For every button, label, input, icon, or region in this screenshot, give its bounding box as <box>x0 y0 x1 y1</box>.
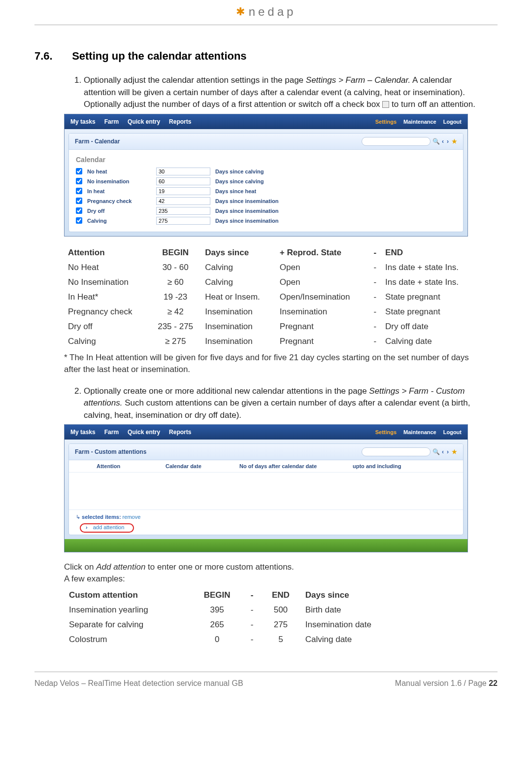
page-header: ✱ nedap <box>34 0 498 25</box>
calendar-row-value[interactable] <box>156 217 210 225</box>
arrow-icon: ↳ <box>76 514 82 520</box>
table-row: Separate for calving265-275Insemination … <box>64 617 409 632</box>
screenshot-calendar: My tasks Farm Quick entry Reports Settin… <box>64 114 468 237</box>
calendar-row-label: No insemination <box>87 178 151 184</box>
att-col-4: - <box>368 245 381 260</box>
add-attention-link[interactable]: add attention <box>89 524 129 531</box>
calendar-row-desc: Days since heat <box>215 188 256 194</box>
app-menubar: My tasks Farm Quick entry Reports Settin… <box>65 114 467 129</box>
favorite-icon[interactable]: ★ <box>452 138 457 145</box>
menu-farm[interactable]: Farm <box>104 118 119 125</box>
calendar-row-checkbox[interactable] <box>76 168 82 174</box>
table-row: No Heat30 - 60CalvingOpen-Ins date + sta… <box>64 260 478 275</box>
add-attention-highlight: › add attention <box>80 523 134 533</box>
calendar-row-desc: Days since calving <box>215 169 264 174</box>
search-icon[interactable]: 🔍 <box>432 448 440 455</box>
calendar-row-desc: Days since insemination <box>215 218 278 224</box>
menu-farm[interactable]: Farm <box>104 429 119 436</box>
calendar-row: Dry offDays since insemination <box>76 206 456 216</box>
calendar-row: CalvingDays since insemination <box>76 216 456 226</box>
menu-maintenance[interactable]: Maintenance <box>403 429 436 435</box>
remove-link[interactable]: remove <box>123 514 141 520</box>
cust-col-1: BEGIN <box>191 588 243 603</box>
menu-logout[interactable]: Logout <box>443 429 462 435</box>
search-input[interactable] <box>362 137 431 146</box>
search-icon[interactable]: 🔍 <box>432 138 440 145</box>
star-icon: ✱ <box>236 5 245 18</box>
menu-settings[interactable]: Settings <box>375 119 397 125</box>
settings-path: Settings > Farm – Calendar. <box>306 75 410 85</box>
col-upto: upto and including <box>353 463 401 469</box>
calendar-row-value[interactable] <box>156 177 210 185</box>
table-row: Dry off235 - 275InseminationPregnant-Dry… <box>64 319 478 334</box>
calendar-row-value[interactable] <box>156 187 210 195</box>
menu-logout[interactable]: Logout <box>443 119 462 125</box>
page-footer: Nedap Velos – RealTime Heat detection se… <box>34 672 498 688</box>
logo: ✱ nedap <box>236 5 297 19</box>
col-calendardate: Calendar date <box>166 463 225 469</box>
menu-settings[interactable]: Settings <box>375 429 397 435</box>
step-1: Optionally adjust the calendar attention… <box>84 74 483 111</box>
calendar-row-checkbox[interactable] <box>76 178 82 184</box>
chevron-right-icon: › <box>86 524 89 530</box>
logo-text: nedap <box>249 5 297 19</box>
page-number: 22 <box>489 679 498 687</box>
search-input[interactable] <box>362 447 431 456</box>
step-2: Optionally create one or more additional… <box>84 385 483 422</box>
calendar-row: Pregnancy checkDays since insemination <box>76 196 456 206</box>
table-row: No Insemination≥ 60CalvingOpen-Ins date … <box>64 275 478 290</box>
footer-right: Manual version 1.6 / Page 22 <box>395 679 498 688</box>
table-row: In Heat*19 -23Heat or Insem.Open/Insemin… <box>64 290 478 305</box>
menu-mytasks[interactable]: My tasks <box>70 118 96 125</box>
calendar-row-checkbox[interactable] <box>76 207 82 214</box>
calendar-row: No inseminationDays since calving <box>76 176 456 186</box>
next-icon[interactable]: › <box>447 448 450 455</box>
menu-quickentry[interactable]: Quick entry <box>128 429 160 436</box>
calendar-section-label: Calendar <box>76 154 456 167</box>
calendar-row: No heatDays since calving <box>76 167 456 176</box>
att-col-1: BEGIN <box>150 245 201 260</box>
menu-reports[interactable]: Reports <box>169 118 191 125</box>
cust-col-3: END <box>261 588 300 603</box>
calendar-row-label: Pregnancy check <box>87 198 151 204</box>
calendar-row: In heatDays since heat <box>76 186 456 196</box>
menu-maintenance[interactable]: Maintenance <box>403 119 436 125</box>
table-row: Colostrum0-5Calving date <box>64 632 409 647</box>
att-col-5: END <box>381 245 478 260</box>
table-row: Insemination yearling395-500Birth date <box>64 603 409 617</box>
cust-col-0: Custom attention <box>64 588 191 603</box>
favorite-icon[interactable]: ★ <box>452 448 457 455</box>
section-heading: 7.6. Setting up the calendar attentions <box>34 50 483 63</box>
calendar-row-label: Calving <box>87 218 151 224</box>
section-number: 7.6. <box>34 50 69 63</box>
calendar-row-value[interactable] <box>156 197 210 205</box>
calendar-row-value[interactable] <box>156 207 210 215</box>
calendar-row-checkbox[interactable] <box>76 198 82 204</box>
col-attention: Attention <box>97 463 151 469</box>
attention-footnote: * The In Heat attention will be given fo… <box>64 352 483 375</box>
menu-quickentry[interactable]: Quick entry <box>128 118 160 125</box>
panel-title: Farm - Custom attentions <box>75 448 146 455</box>
table-row: Calving≥ 275InseminationPregnant-Calving… <box>64 334 478 349</box>
table-row: Pregnancy check≥ 42InseminationInseminat… <box>64 305 478 319</box>
menu-mytasks[interactable]: My tasks <box>70 429 96 436</box>
calendar-row-label: Dry off <box>87 208 151 214</box>
menu-reports[interactable]: Reports <box>169 429 191 436</box>
calendar-row-desc: Days since insemination <box>215 208 278 214</box>
section-title-text: Setting up the calendar attentions <box>72 50 246 62</box>
calendar-row-checkbox[interactable] <box>76 217 82 224</box>
prev-icon[interactable]: ‹ <box>442 138 445 145</box>
prev-icon[interactable]: ‹ <box>442 448 445 455</box>
next-icon[interactable]: › <box>447 138 450 145</box>
calendar-row-checkbox[interactable] <box>76 188 82 194</box>
attention-table: AttentionBEGINDays since+ Reprod. State-… <box>64 245 478 349</box>
screenshot-custom-attentions: My tasks Farm Quick entry Reports Settin… <box>64 424 468 552</box>
calendar-row-desc: Days since calving <box>215 178 264 184</box>
cust-col-4: Days since <box>300 588 409 603</box>
panel-title: Farm - Calendar <box>75 138 120 145</box>
selected-items-label: selected items: <box>82 514 121 520</box>
calendar-row-value[interactable] <box>156 168 210 175</box>
grass-decoration <box>65 539 467 552</box>
checkbox-icon <box>382 101 389 108</box>
cust-col-2: - <box>243 588 261 603</box>
